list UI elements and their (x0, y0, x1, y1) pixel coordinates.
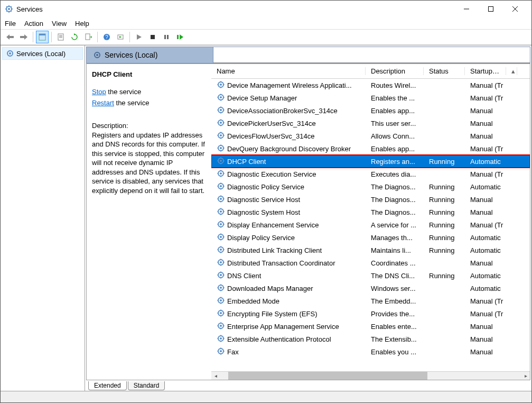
svg-rect-15 (20, 36, 25, 38)
service-row[interactable]: Device Setup ManagerEnables the ...Manua… (211, 91, 530, 104)
pause-service-button[interactable] (160, 31, 173, 43)
service-row[interactable]: DevicePickerUserSvc_314ceThis user ser..… (211, 117, 530, 130)
forward-button[interactable] (17, 31, 30, 43)
service-name: DevicePickerUserSvc_314ce (227, 120, 316, 127)
service-name: Embedded Mode (227, 297, 279, 305)
service-startup: Manual (Tr (465, 221, 506, 229)
gear-icon (217, 245, 225, 255)
service-row[interactable]: FaxEnables you ...Manual (211, 345, 530, 358)
gear-icon (217, 347, 225, 357)
gear-icon (217, 220, 225, 230)
gear-icon (217, 271, 225, 281)
svg-rect-11 (489, 7, 493, 12)
svg-point-137 (220, 299, 222, 301)
title-bar[interactable]: Services (1, 1, 531, 17)
service-name: Device Setup Manager (227, 94, 297, 102)
gear-icon (217, 195, 225, 205)
service-row[interactable]: Embedded ModeThe Embedd...Manual (Tr (211, 295, 530, 307)
svg-rect-18 (58, 34, 63, 40)
svg-rect-22 (86, 34, 90, 40)
start-service-button[interactable] (133, 31, 145, 43)
column-status[interactable]: Status (424, 67, 465, 75)
service-row[interactable]: Display Enhancement ServiceA service for… (211, 218, 530, 231)
service-row[interactable]: Display Policy ServiceManages th...Runni… (211, 231, 530, 244)
service-row[interactable]: DevicesFlowUserSvc_314ceAllows Conn...Ma… (211, 130, 530, 142)
scroll-left-icon[interactable]: ◂ (211, 372, 220, 380)
service-startup: Manual (Tr (465, 81, 506, 89)
restart-service-button[interactable] (174, 31, 186, 43)
service-row[interactable]: Extensible Authentication ProtocolThe Ex… (211, 333, 530, 345)
menu-file[interactable]: File (5, 20, 16, 28)
help-button[interactable]: ? (100, 31, 113, 43)
close-button[interactable] (503, 1, 527, 17)
svg-point-59 (220, 134, 222, 136)
column-name[interactable]: Name (211, 67, 366, 75)
stop-link[interactable]: Stop (92, 88, 106, 96)
description-label: Description: (92, 122, 206, 130)
service-desc: Coordinates ... (366, 259, 424, 267)
service-row[interactable]: Device Management Wireless Applicati...R… (211, 79, 530, 91)
service-desc: The Embedd... (366, 297, 424, 305)
tab-extended[interactable]: Extended (88, 381, 127, 390)
restart-link[interactable]: Restart (92, 99, 114, 107)
horizontal-scrollbar[interactable]: ◂ ▸ (211, 371, 530, 380)
service-row[interactable]: DNS ClientThe DNS Cli...RunningAutomatic (211, 269, 530, 282)
service-row[interactable]: Distributed Transaction CoordinatorCoord… (211, 257, 530, 269)
properties-button[interactable] (54, 31, 67, 43)
action-button[interactable] (114, 31, 127, 43)
service-name: Diagnostic System Host (227, 208, 300, 216)
service-desc: The Extensib... (366, 335, 424, 343)
svg-point-161 (220, 350, 222, 352)
service-row[interactable]: DHCP ClientRegisters an...RunningAutomat… (211, 155, 530, 168)
service-startup: Automatic (465, 246, 506, 254)
service-row[interactable]: Diagnostic Execution ServiceExecutes dia… (211, 168, 530, 180)
service-startup: Manual (465, 259, 506, 267)
stop-service-button[interactable] (146, 31, 159, 43)
menu-view[interactable]: View (52, 20, 67, 28)
service-startup: Manual (465, 335, 506, 343)
service-row[interactable]: Diagnostic Policy ServiceThe Diagnos...R… (211, 180, 530, 193)
service-row[interactable]: Encrypting File System (EFS)Provides the… (211, 307, 530, 320)
svg-point-35 (220, 84, 222, 86)
service-name: Diagnostic Service Host (227, 196, 300, 204)
service-desc: Executes dia... (366, 170, 424, 178)
service-status: Running (424, 221, 465, 229)
svg-point-77 (220, 172, 222, 175)
main-area: Services (Local) Services (Local) DHCP C… (1, 45, 531, 391)
column-description[interactable]: Description (366, 67, 424, 75)
show-hide-tree-button[interactable] (36, 31, 49, 43)
service-row[interactable]: Distributed Link Tracking ClientMaintain… (211, 244, 530, 257)
service-row[interactable]: Downloaded Maps ManagerWindows ser...Aut… (211, 282, 530, 295)
svg-point-1 (8, 8, 10, 10)
export-button[interactable] (82, 31, 95, 43)
service-row[interactable]: Diagnostic System HostThe Diagnos...Runn… (211, 206, 530, 218)
back-button[interactable] (4, 31, 16, 43)
svg-line-9 (11, 6, 12, 7)
tab-standard[interactable]: Standard (128, 381, 165, 390)
minimize-button[interactable] (454, 1, 479, 17)
scroll-right-icon[interactable]: ▸ (521, 372, 530, 380)
service-name: Diagnostic Execution Service (227, 170, 316, 178)
menu-help[interactable]: Help (75, 20, 89, 28)
service-desc: The Diagnos... (366, 183, 424, 191)
service-row[interactable]: Enterprise App Management ServiceEnables… (211, 320, 530, 333)
tree-node-services-local[interactable]: Services (Local) (2, 47, 83, 60)
service-row[interactable]: DeviceAssociationBrokerSvc_314ceEnables … (211, 104, 530, 117)
service-startup: Manual (465, 196, 506, 204)
column-startup[interactable]: Startup Typ (465, 67, 506, 75)
service-row[interactable]: DevQuery Background Discovery BrokerEnab… (211, 142, 530, 155)
service-desc: Windows ser... (366, 285, 424, 292)
services-icon (5, 5, 13, 13)
svg-point-101 (220, 223, 222, 225)
service-row[interactable]: Diagnostic Service HostThe Diagnos...Run… (211, 193, 530, 206)
svg-point-131 (220, 287, 222, 289)
maximize-button[interactable] (479, 1, 503, 17)
service-startup: Automatic (465, 158, 506, 166)
gear-icon (217, 131, 225, 141)
scroll-up-icon[interactable]: ▴ (506, 67, 517, 75)
scrollbar-thumb[interactable] (228, 372, 427, 380)
console-tree[interactable]: Services (Local) (1, 45, 85, 391)
refresh-button[interactable] (68, 31, 81, 43)
menu-action[interactable]: Action (24, 20, 43, 28)
gear-icon (217, 207, 225, 217)
